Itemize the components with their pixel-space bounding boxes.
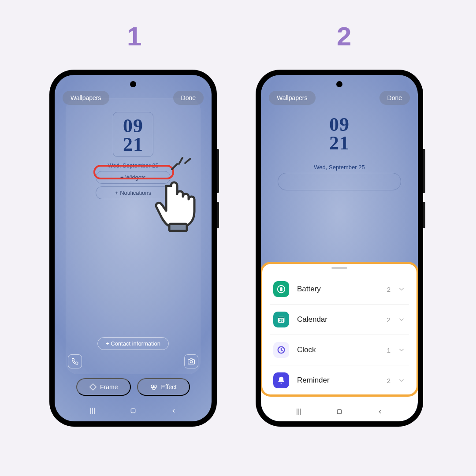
- add-notifications-button[interactable]: + Notifications: [96, 186, 171, 199]
- widget-row-calendar[interactable]: 28 Calendar 2: [270, 305, 409, 335]
- wallpapers-button[interactable]: Wallpapers: [63, 91, 109, 105]
- android-navbar: |||: [261, 406, 418, 417]
- clock-icon: [273, 342, 289, 358]
- nav-recents-icon[interactable]: |||: [294, 406, 304, 417]
- svg-rect-11: [280, 287, 283, 291]
- widget-count: 2: [387, 316, 390, 324]
- widget-row-clock[interactable]: Clock 1: [270, 335, 409, 365]
- editor-topbar: Wallpapers Done: [269, 91, 410, 105]
- svg-rect-12: [281, 287, 282, 288]
- phone-frame-2: Wallpapers Done 09 21 Wed, September 25 …: [256, 70, 423, 427]
- sheet-drag-handle[interactable]: [331, 267, 347, 269]
- chevron-down-icon: [398, 376, 405, 384]
- effect-button[interactable]: Effect: [137, 378, 190, 396]
- phone-shortcut-icon[interactable]: [68, 354, 82, 368]
- chevron-down-icon: [398, 316, 405, 324]
- clock-hours: 09: [123, 117, 143, 135]
- frame-label: Frame: [100, 383, 118, 390]
- android-navbar: |||: [55, 405, 212, 416]
- phone-side-button: [217, 149, 219, 193]
- chevron-down-icon: [398, 346, 405, 354]
- camera-shortcut-icon[interactable]: [184, 354, 198, 368]
- phone-frame-1: Wallpapers Done 09 21 Wed, September 25 …: [49, 70, 217, 427]
- clock-minutes: 21: [123, 135, 143, 154]
- phone-side-button: [423, 149, 425, 193]
- phone-screen-1: Wallpapers Done 09 21 Wed, September 25 …: [55, 75, 212, 421]
- bell-icon: [273, 372, 289, 388]
- chevron-down-icon: [398, 285, 405, 293]
- plus-icon: +: [115, 190, 119, 196]
- widget-picker-sheet[interactable]: Battery 2 28 Calendar 2 Clock: [261, 263, 418, 421]
- date-text: Wed, September 25: [314, 164, 364, 171]
- editor-bottom-bar: Frame Effect: [55, 378, 212, 396]
- widget-label: Calendar: [297, 315, 387, 324]
- wallpapers-button[interactable]: Wallpapers: [269, 91, 316, 105]
- phone-side-button: [217, 202, 219, 228]
- add-contact-info-button[interactable]: + Contact information: [97, 337, 169, 350]
- lock-options-stack: + Widgets + Notifications: [96, 171, 171, 199]
- frame-icon: [89, 383, 97, 390]
- phone-side-button: [423, 202, 425, 228]
- clock-widget[interactable]: 09 21: [329, 115, 350, 152]
- svg-rect-1: [89, 383, 96, 390]
- widget-label: Battery: [297, 285, 387, 294]
- add-notifications-label: Notifications: [120, 190, 151, 196]
- svg-text:28: 28: [279, 319, 283, 323]
- plus-icon: +: [120, 174, 124, 181]
- clock-minutes: 21: [329, 134, 350, 152]
- svg-rect-17: [337, 409, 341, 413]
- done-button[interactable]: Done: [173, 91, 204, 105]
- nav-back-icon[interactable]: [168, 405, 179, 416]
- step-number-2: 2: [337, 21, 351, 52]
- camera-cutout: [130, 81, 136, 87]
- svg-point-0: [190, 361, 192, 363]
- widget-row-reminder[interactable]: Reminder 2: [270, 365, 409, 395]
- phone-screen-2: Wallpapers Done 09 21 Wed, September 25 …: [261, 75, 418, 421]
- frame-button[interactable]: Frame: [76, 378, 131, 396]
- widget-count: 1: [387, 346, 390, 354]
- add-widgets-button[interactable]: + Widgets: [96, 171, 171, 184]
- nav-recents-icon[interactable]: |||: [87, 405, 98, 416]
- widget-count: 2: [387, 377, 390, 384]
- step-number-1: 1: [127, 21, 141, 52]
- effect-icon: [150, 383, 157, 390]
- widget-list: Battery 2 28 Calendar 2 Clock: [261, 272, 418, 395]
- clock-hours: 09: [329, 115, 350, 134]
- done-button[interactable]: Done: [379, 91, 410, 105]
- nav-back-icon[interactable]: [375, 406, 385, 417]
- calendar-icon: 28: [273, 312, 289, 327]
- battery-icon: [273, 281, 289, 297]
- widget-slot-placeholder[interactable]: [278, 173, 401, 190]
- clock-widget[interactable]: 09 21: [113, 112, 153, 157]
- widget-label: Clock: [297, 346, 387, 354]
- add-widgets-label: Widgets: [125, 174, 146, 181]
- camera-cutout: [336, 81, 342, 87]
- contact-info-label: Contact information: [111, 340, 160, 347]
- effect-label: Effect: [161, 383, 177, 390]
- widget-row-battery[interactable]: Battery 2: [270, 274, 409, 305]
- widget-count: 2: [387, 286, 390, 293]
- widget-label: Reminder: [297, 376, 387, 385]
- svg-rect-5: [131, 409, 135, 413]
- nav-home-icon[interactable]: [334, 406, 345, 417]
- plus-icon: +: [106, 340, 109, 347]
- date-text: Wed, September 25: [108, 162, 158, 169]
- editor-topbar: Wallpapers Done: [63, 91, 204, 105]
- nav-home-icon[interactable]: [128, 405, 138, 416]
